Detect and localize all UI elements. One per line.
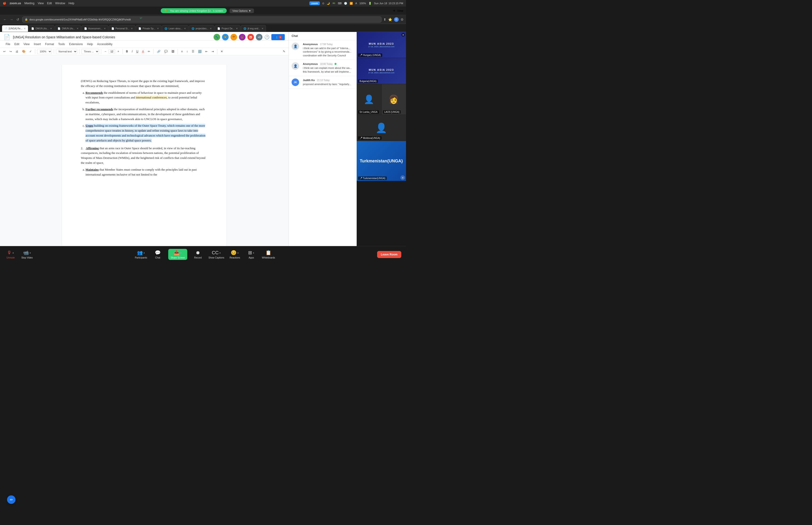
laos-label: LAOS [UNGA] xyxy=(383,110,401,114)
tab-close-icon[interactable]: ✕ xyxy=(104,27,106,30)
tab-close-icon[interactable]: ✕ xyxy=(157,27,159,30)
font-size-increase[interactable]: + xyxy=(116,49,121,54)
captions-arrow: ▲ xyxy=(219,252,221,254)
captions-control[interactable]: CC ▲ Show Captions xyxy=(209,250,224,259)
gdoc-content[interactable]: (OEWG) on Reducing Space Threats, to rep… xyxy=(0,55,289,246)
tab-project-de[interactable]: 📄 Project De... ✕ xyxy=(215,25,240,32)
indent-increase-button[interactable]: ⇥ xyxy=(210,49,215,54)
redo-button[interactable]: ↪ xyxy=(8,49,13,54)
italic-button[interactable]: I xyxy=(131,49,134,54)
extensions-menu[interactable]: Extensions xyxy=(67,42,85,47)
tab-close-icon[interactable]: ✕ xyxy=(184,27,186,30)
unmute-control[interactable]: 🎙 ▲ Unmute xyxy=(5,250,16,259)
macos-bar: 🍎 zoom.us Meeting View Edit Window Help … xyxy=(0,0,406,6)
tab-close-icon[interactable]: ✕ xyxy=(236,27,238,30)
font-size-input[interactable] xyxy=(109,49,115,54)
toolbar-divider-7 xyxy=(178,49,178,54)
history-button[interactable]: 🕐 xyxy=(264,34,270,40)
extensions-button[interactable]: ⚙ xyxy=(401,18,404,21)
insert-menu[interactable]: Insert xyxy=(32,42,43,47)
tab-project-des[interactable]: 🌐 projectdes... ✕ xyxy=(189,25,214,32)
apps-control[interactable]: ⊞ ▲ Apps xyxy=(246,250,257,259)
help-menu[interactable]: Help xyxy=(85,42,95,47)
view-menu[interactable]: View xyxy=(37,2,44,5)
chat-message-2: 👤 Anonymous 18:00 Today i think we can e… xyxy=(289,60,357,76)
text-color-button[interactable]: A xyxy=(141,49,145,54)
highlight-button[interactable]: ✏ xyxy=(147,49,152,54)
view-menu[interactable]: View xyxy=(21,42,31,47)
print-button[interactable]: 🖨 xyxy=(14,49,20,54)
tab-learn[interactable]: 🌐 Learn abou... ✕ xyxy=(162,25,188,32)
edit-menu[interactable]: Edit xyxy=(13,42,21,47)
align-button[interactable]: ≡ xyxy=(180,49,184,54)
help-menu[interactable]: Help xyxy=(68,2,75,5)
underline-button[interactable]: U xyxy=(135,49,140,54)
whiteboards-control[interactable]: 📋 Whiteboards xyxy=(262,250,275,259)
tab-unga[interactable]: 📄 [UNGA] Re... ✕ xyxy=(2,25,28,32)
refresh-button[interactable]: ↺ xyxy=(16,17,20,22)
style-select[interactable]: Normal text xyxy=(56,49,77,54)
share-page-button[interactable]: ⬆ xyxy=(383,18,386,21)
tab-dmun-1[interactable]: 📄 DMUN (As... ✕ xyxy=(29,25,55,32)
address-bar[interactable]: 🔒 docs.google.com/document/d/1vu2XVhttPt… xyxy=(22,16,382,22)
bookmark-button[interactable]: ⭐ xyxy=(388,18,392,21)
indent-decrease-button[interactable]: ⇤ xyxy=(204,49,209,54)
tab-dmun-2[interactable]: 📄 DMUN (As... ✕ xyxy=(55,25,81,32)
tools-menu[interactable]: Tools xyxy=(56,42,67,47)
edit-menu[interactable]: Edit xyxy=(47,2,52,5)
file-menu[interactable]: File xyxy=(4,42,12,47)
font-select[interactable]: Times ... xyxy=(81,49,99,54)
tab-close-icon[interactable]: ✕ xyxy=(77,27,78,30)
tab-jil[interactable]: 🌐 jil esg and... ✕ xyxy=(241,25,266,32)
view-options-label: View Options xyxy=(232,10,248,12)
tab-label: Project De... xyxy=(221,27,234,30)
bold-button[interactable]: B xyxy=(124,49,129,54)
avatar-1: 🐾 xyxy=(214,34,220,41)
input-icon: A xyxy=(355,2,357,5)
line-spacing-button[interactable]: ↕ xyxy=(185,49,189,54)
share-screen-control[interactable]: 📤 ▲ Share Screen xyxy=(168,249,187,260)
meeting-menu[interactable]: Meeting xyxy=(25,2,34,5)
record-control[interactable]: ⏺ Record xyxy=(192,250,204,259)
share-button[interactable]: 👥 9 xyxy=(271,34,285,40)
video-tile-bulgaria: MUN ASIA 2023 17-18, 2023 | discovermun.… xyxy=(357,58,406,84)
accessibility-menu[interactable]: Accessibility xyxy=(95,42,114,47)
view-options-button[interactable]: View Options ▼ xyxy=(230,9,254,13)
font-size-decrease[interactable]: − xyxy=(103,49,108,54)
spell-check-button[interactable]: ✓ xyxy=(28,49,33,54)
back-button[interactable]: ← xyxy=(2,17,7,22)
further-recommends-label: Further recommends xyxy=(86,107,113,111)
stop-video-control[interactable]: 📹 ▲ Stop Video xyxy=(21,250,33,259)
format-menu[interactable]: Format xyxy=(43,42,56,47)
zoom-video-panel: MUN ASIA 2023 17-18, 2023 | discovermun.… xyxy=(357,32,406,246)
forward-button[interactable]: → xyxy=(9,17,14,22)
tab-close-icon[interactable]: ✕ xyxy=(210,27,212,30)
tab-close-icon[interactable]: ✕ xyxy=(261,27,263,30)
participants-control[interactable]: 👥 ▲ 17 Participants xyxy=(135,250,147,259)
tab-close-icon[interactable]: ✕ xyxy=(50,27,52,30)
zoom-select[interactable]: 100% xyxy=(37,49,52,54)
paint-format-button[interactable]: 🎨 xyxy=(21,49,27,54)
tab-icon: 🌐 xyxy=(243,27,246,30)
more-options-button[interactable]: ✎ xyxy=(281,49,287,54)
numbered-list-button[interactable]: 🔢 xyxy=(197,49,203,54)
tab-close-icon[interactable]: ✕ xyxy=(131,27,133,30)
image-button[interactable]: 🖼 xyxy=(170,49,176,54)
tab-private[interactable]: 📄 Private Sp... ✕ xyxy=(136,25,161,32)
clear-format-button[interactable]: ✕ xyxy=(219,49,224,54)
tab-personal[interactable]: 📄 Personal Si... ✕ xyxy=(109,25,135,32)
chat-control[interactable]: 💬 Chat xyxy=(152,250,164,259)
link-button[interactable]: 🔗 xyxy=(155,49,162,54)
zoom-app-name[interactable]: zoom.us xyxy=(10,2,21,5)
reactions-control[interactable]: 😊 ▲ Reactions xyxy=(229,250,241,259)
window-menu[interactable]: Window xyxy=(55,2,65,5)
comment-button[interactable]: 💬 xyxy=(163,49,169,54)
bullet-list-button[interactable]: ☰ xyxy=(190,49,196,54)
add-participant-button[interactable]: + xyxy=(400,175,405,180)
undo-button[interactable]: ↩ xyxy=(2,49,7,54)
tile-close-1[interactable]: ✕ xyxy=(401,33,405,37)
leave-room-button[interactable]: Leave Room xyxy=(377,251,401,258)
zoom-logo: zoom xyxy=(309,1,320,5)
tab-assessment[interactable]: 📄 Assessmen... ✕ xyxy=(81,25,108,32)
tab-close-icon[interactable]: ✕ xyxy=(24,27,26,30)
